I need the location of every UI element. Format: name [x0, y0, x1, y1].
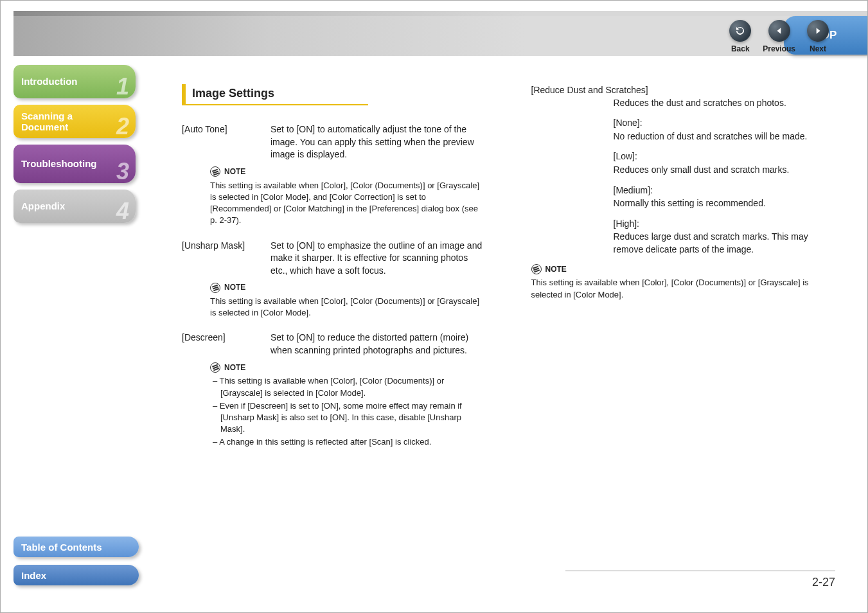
setting-term: [Unsharp Mask] — [182, 240, 264, 278]
note-icon — [210, 166, 220, 177]
note-icon — [531, 264, 542, 274]
note-unsharp-mask: NOTE This setting is available when [Col… — [210, 282, 486, 319]
sidebar-item-label: Scanning a Document — [21, 111, 128, 133]
sidebar-item-number: 1 — [116, 73, 129, 100]
content-area: Image Settings [Auto Tone] Set to [ON] t… — [182, 84, 835, 567]
document-page: TOP Back Previous Next Introduction 1 — [0, 0, 868, 613]
note-icon — [210, 362, 220, 373]
note-descreen: NOTE This setting is available when [Col… — [210, 362, 486, 449]
bottom-links: Table of Contents Index — [13, 537, 142, 593]
option-label: [High]: — [614, 218, 836, 231]
option-desc: Normally this setting is recommended. — [614, 197, 836, 210]
sidebar-item-number: 2 — [116, 113, 129, 139]
sidebar-item-label: Appendix — [21, 200, 128, 211]
option-high: [High]: Reduces large dust and scratch m… — [614, 218, 836, 256]
setting-descreen: [Descreen] Set to [ON] to reduce the dis… — [182, 332, 486, 357]
setting-desc: Set to [ON] to reduce the distorted patt… — [270, 332, 486, 357]
sidebar-item-scanning[interactable]: Scanning a Document 2 — [13, 105, 136, 138]
setting-reduce-dust: [Reduce Dust and Scratches] Reduces the … — [531, 84, 836, 256]
note-heading: NOTE — [210, 282, 486, 293]
note-item: A change in this setting is reflected af… — [213, 436, 486, 448]
option-desc: Reduces only small dust and scratch mark… — [614, 164, 836, 177]
note-heading: NOTE — [531, 264, 836, 275]
back-icon — [729, 20, 751, 42]
option-desc: No reduction of dust and scratches will … — [614, 130, 836, 143]
option-none: [None]: No reduction of dust and scratch… — [614, 117, 836, 143]
setting-desc: Reduces the dust and scratches on photos… — [614, 97, 836, 110]
option-label: [Medium]: — [614, 184, 836, 197]
note-body: This setting is available when [Color], … — [531, 277, 836, 300]
setting-auto-tone: [Auto Tone] Set to [ON] to automatically… — [182, 123, 486, 161]
back-label: Back — [731, 44, 750, 53]
previous-button[interactable]: Previous — [763, 20, 795, 53]
sidebar-item-label: Troubleshooting — [21, 158, 128, 169]
column-left: Image Settings [Auto Tone] Set to [ON] t… — [182, 84, 486, 567]
sidebar-item-number: 4 — [116, 198, 129, 224]
toc-label: Table of Contents — [21, 542, 102, 553]
note-label: NOTE — [224, 282, 245, 293]
top-nav: Back Previous Next — [729, 20, 829, 53]
option-desc: Reduces large dust and scratch marks. Th… — [614, 231, 836, 256]
note-label: NOTE — [545, 264, 567, 275]
index-label: Index — [21, 570, 46, 581]
previous-icon — [768, 20, 790, 42]
note-reduce-dust: NOTE This setting is available when [Col… — [531, 264, 836, 301]
page-number: 2-27 — [812, 576, 835, 589]
setting-term: [Descreen] — [182, 332, 264, 357]
section-heading: Image Settings — [182, 84, 368, 105]
sidebar-item-introduction[interactable]: Introduction 1 — [13, 65, 136, 98]
note-body: This setting is available when [Color], … — [210, 180, 486, 227]
option-label: [None]: — [614, 117, 836, 130]
previous-label: Previous — [763, 44, 795, 53]
setting-term: [Reduce Dust and Scratches] — [531, 84, 648, 97]
page-number-rule — [565, 571, 835, 571]
note-icon — [210, 283, 220, 293]
note-list: This setting is available when [Color], … — [210, 375, 486, 448]
note-heading: NOTE — [210, 166, 486, 177]
setting-desc: Set to [ON] to automatically adjust the … — [270, 123, 486, 161]
note-label: NOTE — [224, 362, 245, 373]
next-button[interactable]: Next — [807, 20, 829, 53]
setting-term: [Auto Tone] — [182, 123, 264, 161]
note-item: This setting is available when [Color], … — [213, 375, 486, 398]
setting-unsharp-mask: [Unsharp Mask] Set to [ON] to emphasize … — [182, 240, 486, 278]
toc-button[interactable]: Table of Contents — [13, 537, 139, 557]
note-item: Even if [Descreen] is set to [ON], some … — [213, 400, 486, 436]
option-medium: [Medium]: Normally this setting is recom… — [614, 184, 836, 210]
next-icon — [807, 20, 829, 42]
sidebar-item-appendix[interactable]: Appendix 4 — [13, 190, 136, 223]
note-auto-tone: NOTE This setting is available when [Col… — [210, 166, 486, 227]
setting-desc: Set to [ON] to emphasize the outline of … — [270, 240, 486, 278]
index-button[interactable]: Index — [13, 565, 139, 585]
column-right: [Reduce Dust and Scratches] Reduces the … — [531, 84, 836, 567]
note-heading: NOTE — [210, 362, 486, 373]
option-label: [Low]: — [614, 150, 836, 163]
back-button[interactable]: Back — [729, 20, 751, 53]
sidebar-item-number: 3 — [116, 158, 129, 184]
note-body: This setting is available when [Color], … — [210, 296, 486, 319]
sidebar-item-label: Introduction — [21, 76, 128, 87]
option-low: [Low]: Reduces only small dust and scrat… — [614, 150, 836, 176]
next-label: Next — [810, 44, 826, 53]
note-label: NOTE — [224, 166, 245, 177]
sidebar: Introduction 1 Scanning a Document 2 Tro… — [13, 65, 142, 229]
sidebar-item-troubleshooting[interactable]: Troubleshooting 3 — [13, 145, 136, 183]
